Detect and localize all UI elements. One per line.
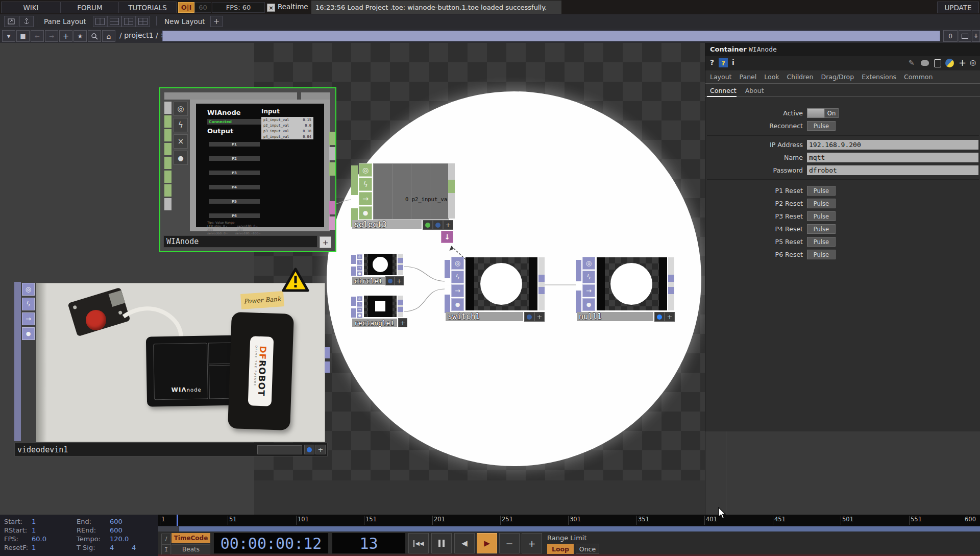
fps-value[interactable]: 60.0	[32, 535, 46, 543]
wiki-button[interactable]: WIKI	[1, 2, 61, 13]
realtime-checkbox[interactable]: ×	[267, 4, 275, 12]
param-label[interactable]: P6 Reset	[775, 251, 803, 258]
add-node-icon[interactable]: +	[59, 30, 72, 42]
node-flags[interactable]: ◎ ϟ → ●	[22, 283, 35, 340]
step-forward-button[interactable]: +	[522, 533, 542, 553]
output-connector[interactable]	[325, 361, 330, 373]
operator-name[interactable]: WIAnode	[749, 45, 777, 53]
floating-window-icon[interactable]	[959, 30, 971, 42]
bomb-flag-icon[interactable]: ●	[582, 298, 595, 311]
tab-layout[interactable]: Layout	[710, 73, 732, 81]
node-flags[interactable]: ◎ ϟ × ●	[174, 102, 188, 165]
input-connectors[interactable]	[164, 102, 172, 210]
node-flags[interactable]: ◎ ϟ → ●	[359, 163, 372, 220]
tab-about[interactable]: About	[745, 87, 764, 94]
expand-parameters-icon[interactable]: +	[395, 276, 404, 285]
param-label[interactable]: Reconnect	[769, 122, 803, 130]
bypass-flag-icon[interactable]: ϟ	[359, 178, 372, 191]
node-select3[interactable]: ◎ ϟ → ● 0 p2_input_va select3 + ↓	[351, 162, 455, 240]
playhead[interactable]	[177, 515, 178, 526]
chop-viewer[interactable]: 0 p2_input_va	[373, 163, 449, 220]
expand-parameters-icon[interactable]: +	[398, 318, 407, 327]
info-icon[interactable]: i	[732, 58, 734, 66]
display-dot[interactable]	[304, 445, 314, 454]
param-label[interactable]: IP Address	[770, 141, 803, 149]
node-name[interactable]: select3	[352, 220, 422, 229]
node-name[interactable]: WIAnode	[163, 235, 317, 248]
p3-button[interactable]: P3	[209, 171, 260, 175]
tsig-value[interactable]: 4	[110, 544, 114, 551]
node-null1[interactable]: ◎ ϟ → ● null1 +	[576, 256, 675, 323]
pause-button[interactable]	[431, 533, 452, 553]
expand-parameters-icon[interactable]: +	[443, 220, 453, 230]
play-reverse-button[interactable]: ◀	[454, 533, 475, 553]
param-label[interactable]: Name	[784, 154, 803, 161]
bomb-flag-icon[interactable]: ●	[451, 298, 464, 311]
p4-button[interactable]: P4	[209, 185, 260, 189]
p3-reset-pulse-button[interactable]: Pulse	[807, 211, 836, 221]
input-connector[interactable]	[445, 260, 450, 278]
p2-reset-pulse-button[interactable]: Pulse	[807, 199, 836, 208]
loop-button[interactable]: Loop	[547, 544, 574, 554]
node-circle1[interactable]: ◎ ϟ → ● circle1 +	[351, 253, 404, 285]
reconnect-pulse-button[interactable]: Pulse	[807, 121, 836, 131]
rend-value[interactable]: 600	[110, 526, 122, 534]
param-label[interactable]: P1 Reset	[775, 187, 803, 195]
end-value[interactable]: 600	[110, 518, 122, 525]
collapse-down-icon[interactable]: ⇩	[972, 30, 980, 42]
top-thumbnail[interactable]	[364, 296, 397, 317]
viewer-flag-icon[interactable]: ◎	[357, 296, 362, 301]
tab-connect-active[interactable]: Connect	[710, 87, 737, 94]
tab-children[interactable]: Children	[787, 73, 814, 81]
export-flag-icon[interactable]: →	[357, 265, 362, 271]
add-layout-button[interactable]: +	[210, 16, 223, 27]
bypass-flag-icon[interactable]: ϟ	[22, 298, 35, 310]
export-flag-icon[interactable]: →	[357, 307, 362, 312]
pane-type-dropdown-icon[interactable]: ▼	[2, 30, 15, 42]
node-flags[interactable]: ◎ ϟ → ●	[451, 257, 464, 311]
export-flag-icon[interactable]: →	[451, 284, 464, 297]
output-connector[interactable]	[325, 347, 330, 358]
p4-reset-pulse-button[interactable]: Pulse	[807, 224, 836, 234]
param-label[interactable]: P4 Reset	[775, 225, 803, 233]
jump-to-start-button[interactable]: ◀◀	[408, 533, 429, 553]
copy-parameters-icon[interactable]	[934, 59, 941, 67]
bypass-flag-icon[interactable]: ϟ	[357, 260, 362, 265]
comment-icon[interactable]	[921, 60, 929, 66]
input-connector[interactable]	[445, 295, 450, 313]
node-name[interactable]: null1	[577, 312, 653, 321]
tab-dragdrop[interactable]: Drag/Drop	[821, 73, 854, 81]
input-connector[interactable]	[351, 255, 356, 264]
timecode-mode-button[interactable]: TimeCode	[172, 533, 210, 543]
output-connector[interactable]	[398, 258, 403, 263]
input-connector[interactable]	[351, 267, 356, 276]
bypass-flag-icon[interactable]: ϟ	[451, 271, 464, 283]
node-name[interactable]: rectangle1	[352, 319, 397, 327]
active-toggle-knob[interactable]	[807, 108, 824, 118]
param-label[interactable]: P2 Reset	[775, 200, 803, 207]
output-connector[interactable]	[668, 275, 674, 282]
p5-reset-pulse-button[interactable]: Pulse	[807, 237, 836, 247]
close-flag-icon[interactable]: ×	[174, 134, 188, 149]
tutorials-button[interactable]: TUTORIALS	[118, 2, 177, 13]
path-field[interactable]	[162, 31, 940, 41]
node-switch1[interactable]: ◎ ϟ → ● switch1 +	[445, 256, 546, 323]
p6-reset-pulse-button[interactable]: Pulse	[807, 250, 836, 259]
active-toggle-value[interactable]: On	[824, 108, 839, 118]
target-icon[interactable]: ◎	[970, 58, 976, 66]
viewer-flag-icon[interactable]: ◎	[357, 254, 362, 259]
p5-button[interactable]: P5	[209, 199, 260, 204]
input-connector-wired[interactable]	[445, 286, 450, 294]
input-connector[interactable]	[14, 282, 21, 441]
bomb-flag-icon[interactable]: ●	[22, 327, 35, 340]
help-icon[interactable]: ?	[710, 58, 714, 66]
top-thumbnail[interactable]	[364, 254, 397, 275]
tab-common[interactable]: Common	[904, 73, 933, 81]
step-back-button[interactable]: −	[499, 533, 520, 553]
export-flag-icon[interactable]: →	[22, 312, 35, 325]
edit-pencil-icon[interactable]: ✎	[909, 59, 915, 67]
tab-panel[interactable]: Panel	[740, 73, 757, 81]
container-viewer[interactable]: WIAnode Connected Output P1 P2 P3 P4 P5 …	[190, 100, 330, 231]
input-connector[interactable]	[576, 260, 581, 281]
viewer-flag-icon[interactable]: ◎	[22, 283, 35, 296]
